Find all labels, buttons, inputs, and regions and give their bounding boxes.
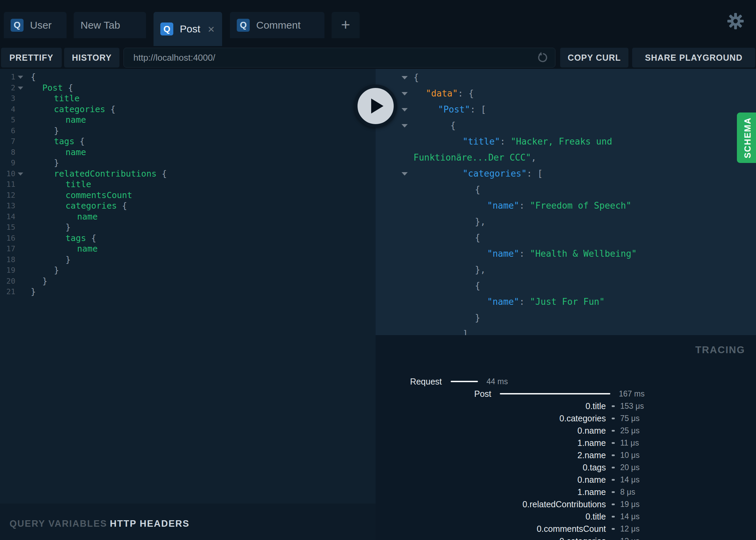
code-token: : <box>519 249 530 259</box>
execute-query-button[interactable] <box>354 85 397 127</box>
response-line: { <box>475 230 480 246</box>
fold-arrow-icon[interactable] <box>402 124 408 127</box>
line-number: 6 <box>0 125 15 136</box>
plus-icon: + <box>341 15 350 34</box>
http-headers-tab[interactable]: HTTP HEADERS <box>110 518 190 530</box>
code-token: { <box>413 72 419 82</box>
code-token: }, <box>475 216 485 227</box>
fold-arrow-icon[interactable] <box>402 108 408 111</box>
trace-resolver-dash <box>612 467 615 468</box>
line-number: 11 <box>0 179 15 190</box>
query-editor[interactable]: 1{2Post {3title4categories {5name6}7tags… <box>0 69 376 504</box>
trace-resolver-label: 0.categories <box>376 535 606 540</box>
trace-resolver-duration: 11 μs <box>620 437 639 449</box>
response-line: "name": "Just For Fun" <box>487 294 605 310</box>
code-token: name <box>66 115 86 125</box>
trace-resolver-row: 0.title14 μs <box>376 510 756 523</box>
code-token: { <box>63 83 73 93</box>
fold-arrow-icon[interactable] <box>18 172 23 176</box>
tab-post[interactable]: QPost× <box>154 12 222 46</box>
response-line: { <box>475 278 480 294</box>
settings-gear-icon[interactable] <box>727 13 744 29</box>
response-row: { <box>376 118 756 134</box>
tab-bar: QUserNew TabQPost×QComment+ <box>0 0 756 46</box>
editor-line: 16tags { <box>0 233 376 244</box>
line-number: 15 <box>0 222 15 233</box>
code-token: { <box>475 184 480 195</box>
fold-arrow-icon[interactable] <box>18 87 23 90</box>
tab-label: Post <box>180 23 200 35</box>
code-line: title <box>66 179 91 190</box>
schema-side-tab[interactable]: SCHEMA <box>737 112 756 163</box>
line-number: 3 <box>0 93 15 104</box>
endpoint-url-input[interactable]: http://localhost:4000/ <box>123 48 555 68</box>
code-token: "Freedom of Speech" <box>530 200 631 211</box>
reload-icon[interactable] <box>537 51 549 64</box>
trace-resolver-duration: 13 μs <box>620 535 640 540</box>
prettify-button[interactable]: PRETTIFY <box>1 48 62 68</box>
code-token: "name" <box>487 200 519 211</box>
code-line: name <box>77 243 98 254</box>
code-line: } <box>54 125 59 136</box>
line-number: 9 <box>0 158 15 168</box>
editor-line: 9} <box>0 158 376 168</box>
trace-resolver-row: 0.commentsCount12 μs <box>376 523 756 535</box>
trace-resolver-duration: 10 μs <box>620 449 640 461</box>
trace-resolver-duration: 19 μs <box>620 498 640 510</box>
trace-resolver-dash <box>612 442 615 444</box>
query-variables-tab[interactable]: QUERY VARIABLES <box>10 518 107 530</box>
code-line: } <box>54 158 59 168</box>
trace-resolver-dash <box>612 405 615 407</box>
tab-new-tab[interactable]: New Tab <box>74 12 146 38</box>
editor-line: 8name <box>0 147 376 158</box>
fold-arrow-icon[interactable] <box>18 76 23 79</box>
tab-label: User <box>30 19 52 31</box>
close-tab-icon[interactable]: × <box>208 23 215 35</box>
code-token: Funktionäre...Der CCC" <box>413 152 531 163</box>
editor-line: 12commentsCount <box>0 190 376 201</box>
fold-arrow-icon[interactable] <box>402 76 408 79</box>
response-line: }, <box>475 214 485 230</box>
response-line: } <box>475 310 480 326</box>
history-button[interactable]: HISTORY <box>64 48 119 68</box>
tracing-title: TRACING <box>695 344 745 356</box>
code-line: } <box>42 276 47 287</box>
tab-user[interactable]: QUser <box>4 12 67 38</box>
response-row: }, <box>376 214 756 230</box>
editor-line: 11title <box>0 179 376 190</box>
response-row: "name": "Health & Wellbeing" <box>376 246 756 262</box>
trace-span-row: Post167 ms <box>376 388 756 400</box>
response-viewer[interactable]: {"data": {"Post": [{"title": "Hacker, Fr… <box>376 69 756 335</box>
response-line: { <box>475 182 480 198</box>
line-number: 7 <box>0 136 15 147</box>
trace-span-duration: 44 ms <box>486 375 508 388</box>
code-token: { <box>475 281 480 291</box>
code-token: : [ <box>470 104 486 115</box>
editor-bottom-bar: QUERY VARIABLES HTTP HEADERS <box>0 504 376 540</box>
code-line: categories { <box>54 104 116 115</box>
tab-comment[interactable]: QComment <box>230 12 324 38</box>
new-tab-button[interactable]: + <box>332 12 360 38</box>
fold-arrow-icon[interactable] <box>402 172 408 176</box>
trace-resolver-row: 2.name10 μs <box>376 449 756 461</box>
fold-arrow-icon[interactable] <box>402 92 408 95</box>
trace-resolver-label: 0.title <box>376 510 606 523</box>
code-token: }, <box>475 265 485 275</box>
response-row: } <box>376 310 756 326</box>
trace-resolver-label: 0.name <box>376 424 606 437</box>
trace-resolver-label: 1.name <box>376 437 606 449</box>
code-line: tags { <box>54 136 85 147</box>
trace-resolver-label: 0.tags <box>376 461 606 474</box>
response-line: "name": "Freedom of Speech" <box>487 198 631 214</box>
response-line: "name": "Health & Wellbeing" <box>487 246 637 262</box>
copy-curl-button[interactable]: COPY CURL <box>560 48 628 68</box>
trace-resolver-dash <box>612 418 615 419</box>
response-line: { <box>413 70 419 86</box>
code-line: } <box>66 222 71 233</box>
code-token: { <box>117 201 127 211</box>
code-token: } <box>54 265 59 275</box>
share-playground-button[interactable]: SHARE PLAYGROUND <box>632 48 755 68</box>
line-number: 14 <box>0 211 15 222</box>
schema-side-tab-label: SCHEMA <box>743 117 753 158</box>
trace-resolver-row: 1.name11 μs <box>376 437 756 449</box>
